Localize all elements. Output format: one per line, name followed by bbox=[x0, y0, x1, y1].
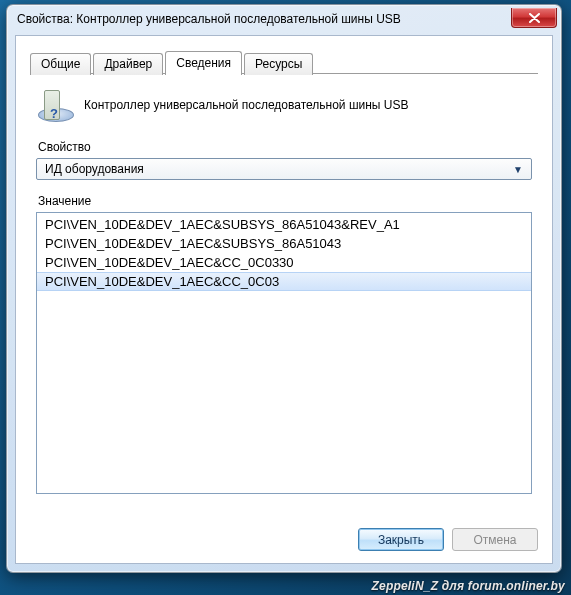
list-item[interactable]: PCI\VEN_10DE&DEV_1AEC&CC_0C0330 bbox=[37, 253, 531, 272]
list-item[interactable]: PCI\VEN_10DE&DEV_1AEC&SUBSYS_86A51043&RE… bbox=[37, 215, 531, 234]
list-item[interactable]: PCI\VEN_10DE&DEV_1AEC&SUBSYS_86A51043 bbox=[37, 234, 531, 253]
device-header: ? Контроллер универсальной последователь… bbox=[38, 88, 530, 122]
list-item[interactable]: PCI\VEN_10DE&DEV_1AEC&CC_0C03 bbox=[37, 272, 531, 291]
tab-strip: Общие Драйвер Сведения Ресурсы bbox=[30, 50, 538, 74]
properties-dialog: Свойства: Контроллер универсальной после… bbox=[6, 4, 562, 573]
tab-label: Ресурсы bbox=[255, 57, 302, 71]
titlebar: Свойства: Контроллер универсальной после… bbox=[7, 5, 561, 31]
dialog-body: Общие Драйвер Сведения Ресурсы ? Контрол… bbox=[15, 35, 553, 564]
property-label: Свойство bbox=[38, 140, 530, 154]
value-listbox[interactable]: PCI\VEN_10DE&DEV_1AEC&SUBSYS_86A51043&RE… bbox=[36, 212, 532, 494]
property-combobox[interactable]: ИД оборудования ▼ bbox=[36, 158, 532, 180]
device-name: Контроллер универсальной последовательно… bbox=[84, 98, 408, 112]
chevron-down-icon: ▼ bbox=[509, 164, 527, 175]
window-close-button[interactable] bbox=[511, 8, 557, 28]
tab-label: Драйвер bbox=[104, 57, 152, 71]
device-help-icon: ? bbox=[38, 88, 72, 122]
property-selected-value: ИД оборудования bbox=[45, 162, 509, 176]
dialog-button-row: Закрыть Отмена bbox=[358, 528, 538, 551]
tab-driver[interactable]: Драйвер bbox=[93, 53, 163, 75]
details-tab-body: ? Контроллер универсальной последователь… bbox=[30, 74, 538, 500]
close-button[interactable]: Закрыть bbox=[358, 528, 444, 551]
close-icon bbox=[529, 13, 540, 23]
watermark-text: ZeppeliN_Z для forum.onliner.by bbox=[371, 579, 565, 593]
value-label: Значение bbox=[38, 194, 530, 208]
tab-resources[interactable]: Ресурсы bbox=[244, 53, 313, 75]
cancel-button: Отмена bbox=[452, 528, 538, 551]
tab-label: Общие bbox=[41, 57, 80, 71]
tab-label: Сведения bbox=[176, 56, 231, 70]
tab-details[interactable]: Сведения bbox=[165, 51, 242, 75]
tab-general[interactable]: Общие bbox=[30, 53, 91, 75]
window-title: Свойства: Контроллер универсальной после… bbox=[17, 12, 511, 26]
